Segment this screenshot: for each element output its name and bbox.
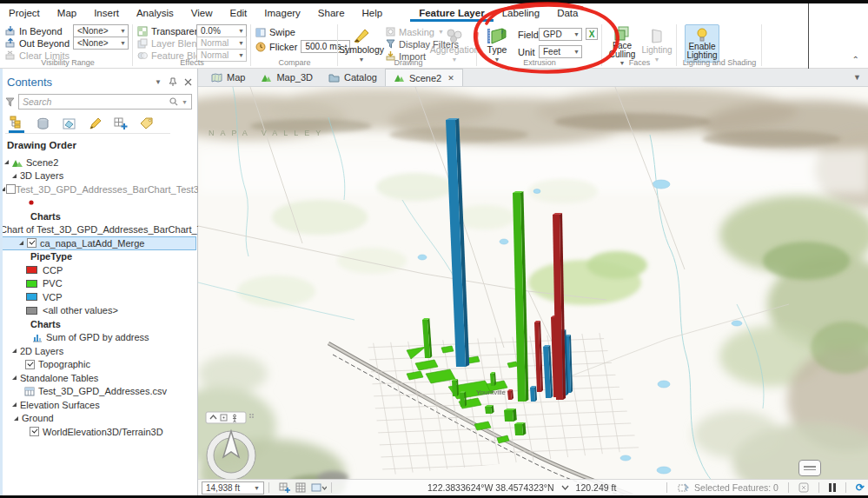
in-beyond-button[interactable]: In Beyond xyxy=(5,25,63,37)
extrusion-unit-select[interactable]: Feet▼ xyxy=(539,45,582,58)
search-history-chevron-icon[interactable]: ▼ xyxy=(182,99,188,105)
layer-blend-label: Layer Blend xyxy=(137,37,202,49)
tab-insert[interactable]: Insert xyxy=(85,5,128,21)
layer-blend-select[interactable]: Normal▼ xyxy=(196,37,247,50)
tree-item-csv-table[interactable]: Test_3D_GPD_Addresses.csv xyxy=(0,385,196,399)
legend-item-vcp[interactable]: VCP xyxy=(0,290,196,304)
tree-item-elevation-surfaces[interactable]: Elevation Surfaces xyxy=(0,398,196,412)
ribbon-collapse-button[interactable]: ⌃ xyxy=(852,55,859,64)
extrusion-field-select[interactable]: GPD▼ xyxy=(539,28,582,41)
transparency-select[interactable]: 0.0%▼ xyxy=(196,24,247,37)
grid-icon[interactable] xyxy=(295,482,306,493)
ribbon-tab-bar: Project Map Insert Analysis View Edit Im… xyxy=(0,3,868,23)
close-tab-icon[interactable]: ✕ xyxy=(447,74,454,83)
layer-checkbox-unchecked[interactable] xyxy=(6,184,16,194)
view-tabs-overflow-chevron[interactable]: ▼ xyxy=(853,73,861,82)
tree-item-point-symbol[interactable] xyxy=(0,196,196,210)
tree-item-world-elevation[interactable]: WorldElevation3D/Terrain3D xyxy=(0,425,196,439)
tree-item-chart-of-test[interactable]: Chart of Test_3D_GPD_Addresses_BarChart_… xyxy=(0,223,196,237)
out-beyond-icon xyxy=(5,38,16,49)
scale-select[interactable]: 14,938 ft▼ xyxy=(202,481,264,495)
pause-drawing-button[interactable] xyxy=(829,483,836,492)
out-beyond-button[interactable]: Out Beyond xyxy=(5,37,70,49)
tree-item-scene2[interactable]: Scene2 xyxy=(0,156,196,169)
scene-icon xyxy=(11,157,23,168)
tree-item-3d-layers[interactable]: 3D Layers xyxy=(0,169,196,183)
expander-icon[interactable] xyxy=(11,348,17,354)
group-extrusion: f Type ▼ Field GPD▼ X Unit Feet▼ Extrusi… xyxy=(480,23,600,68)
expander-icon[interactable] xyxy=(13,415,19,422)
list-by-snapping-button[interactable] xyxy=(113,116,129,131)
tab-share[interactable]: Share xyxy=(309,5,354,21)
coordinates-readout[interactable]: 122.3833624°W 38.4574323°N 120.249 ft xyxy=(427,482,616,493)
layer-checkbox-checked[interactable] xyxy=(27,238,36,248)
ribbon: In Beyond <None>▼ Out Beyond <None>▼ Cle… xyxy=(0,23,868,69)
tab-edit[interactable]: Edit xyxy=(221,5,255,21)
expander-icon[interactable] xyxy=(3,159,10,165)
tab-project[interactable]: Project xyxy=(0,5,49,21)
coordinates-chevron-icon[interactable] xyxy=(561,485,569,490)
view-tab-scene2[interactable]: Scene2 ✕ xyxy=(385,69,463,86)
enable-lighting-toggle[interactable]: Enable Lighting xyxy=(685,24,719,63)
list-by-drawing-order-button[interactable] xyxy=(9,114,24,133)
select-box-icon[interactable] xyxy=(798,482,809,493)
tree-item-pipetype[interactable]: PipeType xyxy=(0,250,196,264)
tab-map[interactable]: Map xyxy=(49,5,85,21)
pane-close-icon[interactable] xyxy=(184,78,192,86)
extrusion-expression-button[interactable]: X xyxy=(586,28,598,40)
list-by-editing-button[interactable] xyxy=(87,116,103,131)
tree-item-ca-napa-latadd-merge[interactable]: ca_napa_LatAdd_Merge xyxy=(0,236,196,250)
view-tab-map-3d[interactable]: Map_3D xyxy=(253,69,321,86)
legend-swatch-pvc xyxy=(26,280,37,288)
tree-item-2d-layers[interactable]: 2D Layers xyxy=(0,344,196,358)
search-input[interactable]: Search ▼ xyxy=(18,94,192,110)
out-beyond-select[interactable]: <None>▼ xyxy=(73,37,129,50)
extrusion-unit-label: Unit xyxy=(518,47,535,57)
map-label-town: Yountville xyxy=(476,388,507,396)
refresh-button[interactable]: ⟳ xyxy=(856,481,865,494)
layout-select-icon[interactable] xyxy=(311,482,327,493)
tab-labeling[interactable]: Labeling xyxy=(494,5,548,21)
group-separator xyxy=(132,24,133,66)
expander-icon[interactable] xyxy=(11,375,17,381)
view-tab-catalog[interactable]: Catalog xyxy=(321,69,385,86)
tree-item-topographic[interactable]: Topographic xyxy=(0,358,196,372)
status-bar: 14,938 ft▼ 122.3833624°W 38.4574323°N 12… xyxy=(198,479,868,495)
group-label-visibility-range: Visibility Range xyxy=(3,58,132,67)
pane-options-chevron-icon[interactable]: ▼ xyxy=(155,78,162,86)
expander-icon[interactable] xyxy=(11,173,17,179)
pane-pin-icon[interactable] xyxy=(169,77,177,87)
tab-view[interactable]: View xyxy=(182,5,222,21)
tree-item-charts-2[interactable]: Charts xyxy=(0,317,196,331)
tree-item-ground[interactable]: Ground xyxy=(0,412,196,426)
scene-viewport[interactable]: NAPA VALLEY xyxy=(198,87,868,495)
tab-analysis[interactable]: Analysis xyxy=(128,5,182,21)
tab-help[interactable]: Help xyxy=(354,5,392,21)
in-beyond-select[interactable]: <None>▼ xyxy=(73,24,129,37)
view-tab-map[interactable]: Map xyxy=(203,69,253,86)
group-label-extrusion: Extrusion xyxy=(480,58,600,67)
tab-feature-layer[interactable]: Feature Layer xyxy=(410,5,493,22)
tab-data[interactable]: Data xyxy=(548,5,586,21)
tree-item-test-layer[interactable]: Test_3D_GPD_Addresses_BarChart_Test3 xyxy=(0,183,196,196)
legend-item-all-other-values[interactable]: <all other values> xyxy=(0,304,196,318)
expander-icon[interactable] xyxy=(11,402,17,408)
add-grid-icon[interactable] xyxy=(279,482,290,493)
swipe-button[interactable]: Swipe xyxy=(255,26,295,37)
tree-item-charts-1[interactable]: Charts xyxy=(0,209,196,223)
legend-item-ccp[interactable]: CCP xyxy=(0,263,196,277)
list-by-data-source-button[interactable] xyxy=(35,116,50,131)
expander-icon[interactable] xyxy=(18,240,24,246)
feedback-button[interactable] xyxy=(798,460,821,476)
layer-checkbox-checked[interactable] xyxy=(25,360,35,369)
tree-item-sum-of-gpd[interactable]: Sum of GPD by address xyxy=(0,331,196,345)
legend-item-pvc[interactable]: PVC xyxy=(0,277,196,291)
symbology-icon xyxy=(353,28,370,43)
list-by-labeling-button[interactable] xyxy=(139,116,155,131)
tree-item-standalone-tables[interactable]: Standalone Tables xyxy=(0,371,196,385)
list-by-selection-button[interactable] xyxy=(61,116,76,131)
ribbon-right-seam xyxy=(808,3,809,69)
tab-imagery[interactable]: Imagery xyxy=(255,5,309,21)
layer-checkbox-checked[interactable] xyxy=(30,427,39,436)
filter-icon[interactable] xyxy=(5,97,15,107)
